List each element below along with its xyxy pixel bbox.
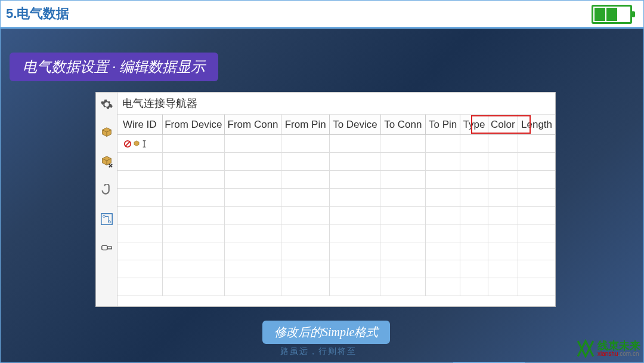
col-color[interactable]: Color [488,115,518,134]
cube-cut-icon [100,155,113,168]
row-status-icons [120,140,147,148]
svg-point-2 [108,221,110,223]
slide-title: 5.电气数据 [6,5,69,23]
vertical-toolbar [96,93,117,306]
data-grid: Wire ID From Device From Conn From Pin T… [117,115,555,306]
table-row[interactable] [117,153,555,171]
component-button[interactable] [98,125,115,141]
col-from-pin[interactable]: From Pin [281,115,330,134]
slide-header: 5.电气数据 [0,0,644,29]
schematic-button[interactable] [98,211,115,227]
main-pane: 电气连接导航器 Wire ID From Device From Conn Fr… [117,93,555,306]
table-row[interactable] [117,224,555,242]
app-window: 电气连接导航器 Wire ID From Device From Conn Fr… [95,92,556,307]
grid-body[interactable] [117,135,555,306]
settings-button[interactable] [98,96,115,113]
schematic-icon [100,213,113,226]
footer-motto: 路虽远，行则将至 [280,346,357,357]
col-to-device[interactable]: To Device [330,115,380,134]
subtitle-pill: 电气数据设置 · 编辑数据显示 [10,53,218,81]
gear-icon [100,98,113,111]
col-from-conn[interactable]: From Conn [225,115,281,134]
battery-cell [595,8,605,21]
col-to-conn[interactable]: To Conn [381,115,426,134]
cell-wire-id[interactable] [117,135,163,152]
table-row[interactable] [117,207,555,224]
table-row[interactable] [117,135,555,153]
forbidden-icon [123,140,132,148]
cube-small-icon [132,140,141,148]
col-type[interactable]: Type [460,115,488,134]
table-row[interactable] [117,242,555,260]
col-to-pin[interactable]: To Pin [426,115,460,134]
pane-title: 电气连接导航器 [117,93,555,115]
link-button[interactable] [98,182,115,199]
battery-cell [606,8,617,21]
hook-icon [100,184,113,197]
svg-rect-3 [101,245,107,250]
ibeam-icon [141,140,147,148]
watermark-logo-icon [576,339,595,358]
grid-header: Wire ID From Device From Conn From Pin T… [117,115,555,135]
cube-icon [100,127,113,140]
col-from-device[interactable]: From Device [163,115,225,134]
connector-button[interactable] [98,239,115,256]
caption-pill: 修改后的Simple格式 [262,321,390,344]
watermark: 线束未来 xianshu.com.cn [576,339,640,358]
component-cut-button[interactable] [98,153,115,170]
table-row[interactable] [117,278,555,296]
connector-icon [100,241,113,254]
col-length[interactable]: Length [518,115,555,134]
battery-icon [592,5,632,24]
watermark-cn: 线束未来 [597,340,640,351]
watermark-en: xianshu.com.cn [597,351,640,357]
table-row[interactable] [117,171,555,189]
col-wire-id[interactable]: Wire ID [117,115,163,134]
table-row[interactable] [117,189,555,207]
table-row[interactable] [117,260,555,278]
svg-rect-0 [101,214,112,224]
svg-rect-4 [107,247,111,249]
svg-point-1 [103,216,105,218]
svg-line-6 [125,141,130,146]
